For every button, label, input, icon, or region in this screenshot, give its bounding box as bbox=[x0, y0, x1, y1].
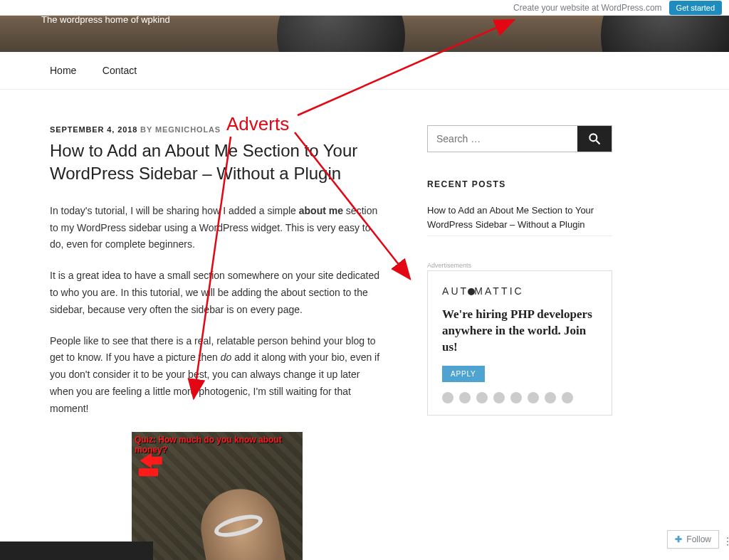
sidebar: RECENT POSTS How to Add an About Me Sect… bbox=[427, 125, 612, 560]
post-paragraph-3: People like to see that there is a real,… bbox=[50, 333, 384, 418]
bottom-bar bbox=[0, 541, 153, 560]
pointer-hand-icon bbox=[136, 448, 167, 479]
by-label: BY bbox=[140, 125, 152, 134]
nav-home[interactable]: Home bbox=[50, 52, 76, 89]
plus-icon: ✚ bbox=[675, 534, 682, 544]
search-input[interactable] bbox=[428, 126, 577, 152]
search-button[interactable] bbox=[577, 126, 612, 152]
search-icon bbox=[587, 132, 602, 146]
site-tagline: The wordpress home of wpkind bbox=[41, 14, 170, 25]
post-article: SEPTEMBER 4, 2018 BY MEGNICHOLAS How to … bbox=[50, 125, 384, 560]
post-author[interactable]: MEGNICHOLAS bbox=[155, 125, 221, 134]
search-form bbox=[427, 125, 612, 152]
apply-button[interactable]: APPLY bbox=[442, 366, 485, 382]
recent-posts-heading: RECENT POSTS bbox=[427, 179, 612, 189]
actions-menu-icon[interactable]: ⋯ bbox=[720, 537, 729, 546]
get-started-button[interactable]: Get started bbox=[669, 1, 722, 15]
inline-ad-image[interactable]: Quiz: How much do you know about money? … bbox=[132, 432, 303, 560]
post-date[interactable]: SEPTEMBER 4, 2018 bbox=[50, 125, 137, 134]
post-paragraph-1: In today's tutorial, I will be sharing h… bbox=[50, 203, 384, 253]
post-paragraph-2: It is a great idea to have a small secti… bbox=[50, 268, 384, 318]
sidebar-ad[interactable]: AUTMATTIC We're hiring PHP developers an… bbox=[427, 270, 612, 416]
recent-post-link[interactable]: How to Add an About Me Section to Your W… bbox=[427, 199, 612, 236]
ad-label: Advertisements bbox=[427, 262, 612, 269]
follow-label: Follow bbox=[686, 534, 711, 544]
svg-point-1 bbox=[589, 134, 597, 141]
wp-top-banner: Create your website at WordPress.com Get… bbox=[0, 0, 729, 16]
post-title[interactable]: How to Add an About Me Section to Your W… bbox=[50, 139, 384, 186]
nav-contact[interactable]: Contact bbox=[103, 52, 137, 89]
primary-nav: Home Contact bbox=[0, 52, 729, 90]
post-meta: SEPTEMBER 4, 2018 BY MEGNICHOLAS bbox=[50, 125, 384, 134]
automattic-product-icons bbox=[442, 392, 597, 403]
wp-promo-text: Create your website at WordPress.com bbox=[513, 3, 662, 13]
follow-button[interactable]: ✚ Follow bbox=[667, 530, 719, 549]
svg-rect-0 bbox=[139, 468, 159, 476]
automattic-logo: AUTMATTIC bbox=[442, 285, 597, 297]
ad-heading: We're hiring PHP developers anywhere in … bbox=[442, 307, 597, 356]
svg-line-2 bbox=[597, 141, 600, 144]
